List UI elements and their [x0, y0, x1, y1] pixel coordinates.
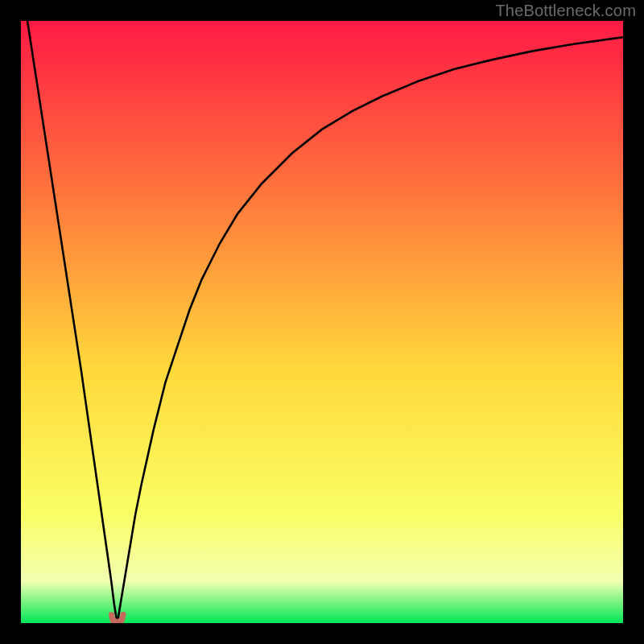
gradient-background [21, 21, 623, 623]
plot-area [21, 21, 623, 623]
chart-frame: TheBottleneck.com [0, 0, 644, 644]
chart-svg [21, 21, 623, 623]
watermark-text: TheBottleneck.com [495, 2, 636, 20]
